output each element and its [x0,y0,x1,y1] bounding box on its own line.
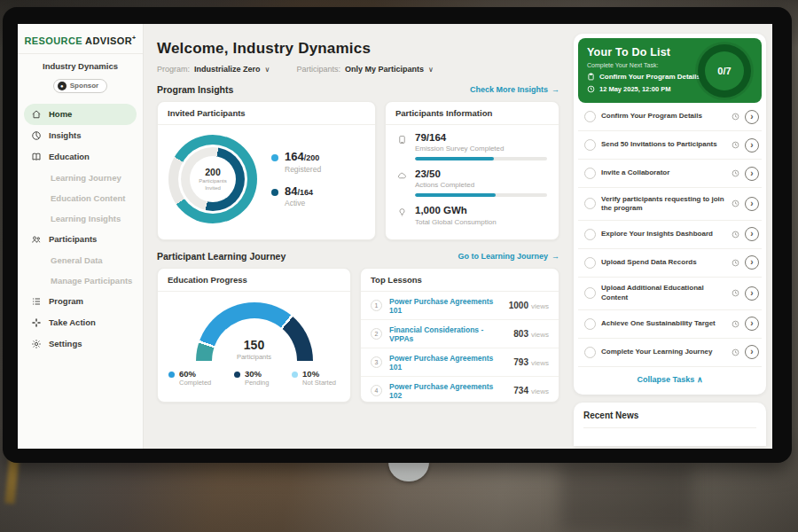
sidebar-item-program[interactable]: Program [18,291,143,312]
lesson-title-link[interactable]: Power Purchase Agreements 101 [389,354,506,372]
sidebar-item-take-action[interactable]: Take Action [18,312,143,333]
lesson-row[interactable]: 3 Power Purchase Agreements 101 793views [361,348,559,377]
donut-center-label: Participants Invited [195,178,231,192]
sidebar-item-general-data[interactable]: General Data [18,250,143,270]
program-value: Industrialize Zero [194,65,261,74]
task-checkbox[interactable] [584,168,596,179]
logo-plus: + [132,35,137,41]
home-icon [31,109,42,120]
participants-select[interactable]: Participants:Only My Participants∨ [296,65,433,74]
chevron-right-icon[interactable]: › [745,197,759,211]
task-checkbox[interactable] [584,257,596,269]
lesson-row[interactable]: 1 Power Purchase Agreements 101 1000view… [361,292,559,320]
legend-dot [271,154,278,161]
task-checkbox[interactable] [584,139,596,151]
chevron-right-icon[interactable]: › [745,227,759,241]
task-row[interactable]: Verify participants requesting to join t… [578,188,762,221]
bulb-icon [397,207,407,217]
learning-journey-title: Participant Learning Journey [157,251,286,262]
lessons-card-title: Top Lessons [361,269,559,292]
chevron-right-icon[interactable]: › [745,255,759,270]
info-stats: 79/164 Emission Survey Completed 23/50 A… [386,125,559,226]
stat-progress-bar [415,157,547,160]
task-row[interactable]: Achieve One Sustainability Target › [578,310,762,339]
chevron-right-icon[interactable]: › [745,110,759,124]
clock-icon [732,231,739,239]
chevron-right-icon[interactable]: › [745,286,759,301]
logo-secondary: ADVISOR [85,35,132,46]
sidebar-item-settings[interactable]: Settings [18,333,143,355]
photo-scene: RESOURCE ADVISOR+ Industry Dynamics ● Sp… [0,0,798,532]
task-checkbox[interactable] [584,287,596,299]
clock-icon [732,141,739,149]
legend-percent: 10% [302,369,336,379]
task-row[interactable]: Send 50 Invitations to Participants › [578,131,762,160]
sidebar-item-label: Home [49,109,72,119]
task-row[interactable]: Upload Spend Data Records › [578,249,762,278]
lesson-title-link[interactable]: Financial Considerations - VPPAs [389,325,506,343]
chevron-right-icon[interactable]: › [745,167,759,181]
chevron-up-icon: ∧ [697,375,703,384]
program-insights-title: Program Insights [157,84,233,95]
participant-stat: 1,000 GWh Total Global Consumption [397,205,547,225]
task-checkbox[interactable] [584,198,596,209]
chevron-right-icon[interactable]: › [745,345,759,359]
sponsor-badge-label: Sponsor [70,82,98,90]
chevron-down-icon: ∨ [428,66,434,74]
sidebar-item-home[interactable]: Home [24,104,137,125]
program-select[interactable]: Program:Industrialize Zero∨ [157,65,270,74]
lesson-row[interactable]: 4 Power Purchase Agreements 102 734views [361,377,559,403]
sidebar-item-label: General Data [51,255,103,265]
task-checkbox[interactable] [584,229,596,240]
legend-dot [168,372,175,378]
check-more-insights-link[interactable]: Check More Insights→ [470,85,559,94]
clock-icon [732,348,739,356]
chevron-right-icon[interactable]: › [745,317,759,331]
clock-icon [732,169,739,177]
task-checkbox[interactable] [584,347,596,358]
task-row[interactable]: Invite a Collaborator › [578,160,762,188]
lesson-title-link[interactable]: Power Purchase Agreements 102 [389,382,506,400]
sidebar-item-label: Education [49,152,90,161]
go-to-learning-journey-link[interactable]: Go to Learning Journey→ [458,252,559,261]
task-label: Achieve One Sustainability Target [601,319,726,328]
task-row[interactable]: Complete Your Learning Journey › [578,339,762,367]
lesson-row[interactable]: 2 Financial Considerations - VPPAs 803vi… [361,320,559,348]
task-label: Send 50 Invitations to Participants [601,140,726,149]
sidebar-item-participants[interactable]: Participants [18,229,143,250]
todo-due-date: 12 May 2025, 12:00 PM [599,85,670,93]
legend-label: Active [285,199,313,207]
task-label: Complete Your Learning Journey [601,348,726,356]
sidebar-item-education[interactable]: Education [18,146,143,168]
filter-bar: Program:Industrialize Zero∨ Participants… [157,65,559,74]
invited-donut-chart: 200 Participants Invited [168,135,257,223]
sidebar-item-education-content[interactable]: Education Content [18,188,143,208]
todo-progress-count: 0/7 [705,51,744,90]
gauge-legend: 60% Completed 30% Pending 10% Not Starte… [167,361,341,387]
stat-value: 23/50 [415,168,547,180]
sidebar-item-manage-participants[interactable]: Manage Participants [18,270,143,291]
lesson-title-link[interactable]: Power Purchase Agreements 101 [389,297,502,315]
chevron-right-icon[interactable]: › [745,138,759,153]
sidebar-item-insights[interactable]: Insights [18,125,143,146]
lesson-rank: 4 [371,385,382,396]
gauge-legend-item: 60% Completed [168,369,211,387]
task-checkbox[interactable] [584,111,596,122]
sidebar-item-label: Take Action [49,317,96,327]
sidebar-item-learning-insights[interactable]: Learning Insights [18,208,143,229]
gauge-center-label: Participants [196,353,313,361]
task-checkbox[interactable] [584,318,596,330]
sidebar-item-label: Manage Participants [51,276,132,286]
sidebar-item-learning-journey[interactable]: Learning Journey [18,168,143,188]
org-name: Industry Dynamics [18,61,143,71]
collapse-tasks-link[interactable]: Collapse Tasks ∧ [578,367,762,390]
legend-label: Pending [245,379,270,387]
task-row[interactable]: Upload Additional Educational Content › [578,278,762,310]
gauge-center-value: 150 [196,339,313,351]
task-row[interactable]: Confirm Your Program Details › [578,103,762,131]
clock-icon [732,320,739,328]
legend-label: Registered [285,165,321,174]
task-row[interactable]: Explore Your Insights Dashboard › [578,221,762,249]
todo-panel: Your To Do List Complete Your Next Task:… [574,34,766,395]
participants-value: Only My Participants [345,65,424,74]
